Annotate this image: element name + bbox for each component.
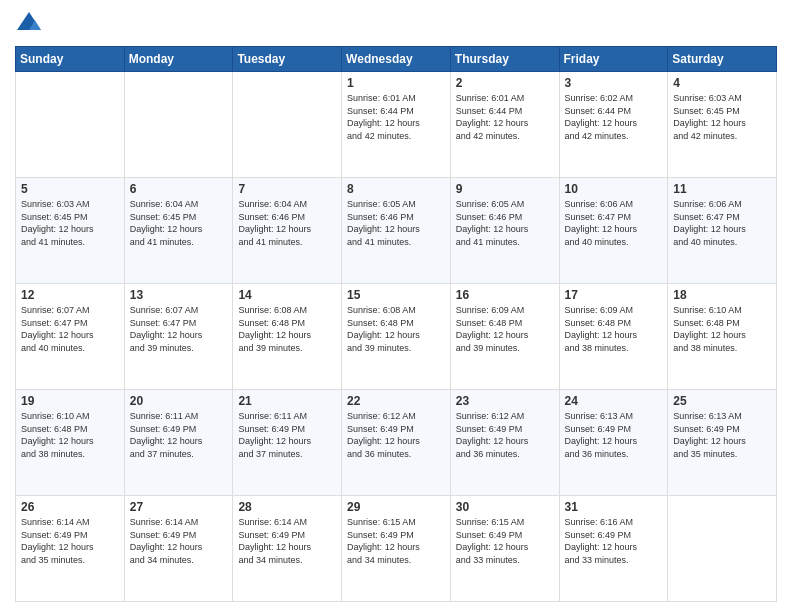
- day-info: Sunrise: 6:05 AM Sunset: 6:46 PM Dayligh…: [456, 198, 554, 248]
- calendar-week: 26Sunrise: 6:14 AM Sunset: 6:49 PM Dayli…: [16, 496, 777, 602]
- day-number: 8: [347, 182, 445, 196]
- day-number: 17: [565, 288, 663, 302]
- day-number: 4: [673, 76, 771, 90]
- dow-header: Thursday: [450, 47, 559, 72]
- day-info: Sunrise: 6:05 AM Sunset: 6:46 PM Dayligh…: [347, 198, 445, 248]
- calendar-cell: 15Sunrise: 6:08 AM Sunset: 6:48 PM Dayli…: [342, 284, 451, 390]
- day-info: Sunrise: 6:12 AM Sunset: 6:49 PM Dayligh…: [347, 410, 445, 460]
- calendar-body: 1Sunrise: 6:01 AM Sunset: 6:44 PM Daylig…: [16, 72, 777, 602]
- day-info: Sunrise: 6:06 AM Sunset: 6:47 PM Dayligh…: [565, 198, 663, 248]
- day-info: Sunrise: 6:12 AM Sunset: 6:49 PM Dayligh…: [456, 410, 554, 460]
- header: [15, 10, 777, 38]
- calendar-cell: 3Sunrise: 6:02 AM Sunset: 6:44 PM Daylig…: [559, 72, 668, 178]
- day-number: 18: [673, 288, 771, 302]
- day-number: 5: [21, 182, 119, 196]
- day-number: 26: [21, 500, 119, 514]
- calendar-cell: 16Sunrise: 6:09 AM Sunset: 6:48 PM Dayli…: [450, 284, 559, 390]
- calendar-cell: 23Sunrise: 6:12 AM Sunset: 6:49 PM Dayli…: [450, 390, 559, 496]
- calendar-cell: 17Sunrise: 6:09 AM Sunset: 6:48 PM Dayli…: [559, 284, 668, 390]
- dow-header: Saturday: [668, 47, 777, 72]
- calendar-cell: 20Sunrise: 6:11 AM Sunset: 6:49 PM Dayli…: [124, 390, 233, 496]
- calendar-cell: 29Sunrise: 6:15 AM Sunset: 6:49 PM Dayli…: [342, 496, 451, 602]
- calendar-cell: [233, 72, 342, 178]
- day-info: Sunrise: 6:13 AM Sunset: 6:49 PM Dayligh…: [673, 410, 771, 460]
- day-info: Sunrise: 6:14 AM Sunset: 6:49 PM Dayligh…: [21, 516, 119, 566]
- logo: [15, 10, 47, 38]
- calendar-cell: [16, 72, 125, 178]
- day-info: Sunrise: 6:07 AM Sunset: 6:47 PM Dayligh…: [21, 304, 119, 354]
- day-number: 23: [456, 394, 554, 408]
- calendar-week: 12Sunrise: 6:07 AM Sunset: 6:47 PM Dayli…: [16, 284, 777, 390]
- day-info: Sunrise: 6:09 AM Sunset: 6:48 PM Dayligh…: [456, 304, 554, 354]
- calendar-cell: 22Sunrise: 6:12 AM Sunset: 6:49 PM Dayli…: [342, 390, 451, 496]
- calendar-week: 5Sunrise: 6:03 AM Sunset: 6:45 PM Daylig…: [16, 178, 777, 284]
- calendar-cell: 27Sunrise: 6:14 AM Sunset: 6:49 PM Dayli…: [124, 496, 233, 602]
- day-info: Sunrise: 6:15 AM Sunset: 6:49 PM Dayligh…: [347, 516, 445, 566]
- calendar-cell: 1Sunrise: 6:01 AM Sunset: 6:44 PM Daylig…: [342, 72, 451, 178]
- calendar-cell: 12Sunrise: 6:07 AM Sunset: 6:47 PM Dayli…: [16, 284, 125, 390]
- calendar-cell: [668, 496, 777, 602]
- day-number: 28: [238, 500, 336, 514]
- logo-icon: [15, 10, 43, 38]
- day-number: 10: [565, 182, 663, 196]
- day-info: Sunrise: 6:08 AM Sunset: 6:48 PM Dayligh…: [238, 304, 336, 354]
- day-info: Sunrise: 6:14 AM Sunset: 6:49 PM Dayligh…: [238, 516, 336, 566]
- day-number: 9: [456, 182, 554, 196]
- day-info: Sunrise: 6:03 AM Sunset: 6:45 PM Dayligh…: [21, 198, 119, 248]
- day-info: Sunrise: 6:10 AM Sunset: 6:48 PM Dayligh…: [21, 410, 119, 460]
- day-info: Sunrise: 6:11 AM Sunset: 6:49 PM Dayligh…: [238, 410, 336, 460]
- day-info: Sunrise: 6:11 AM Sunset: 6:49 PM Dayligh…: [130, 410, 228, 460]
- day-number: 16: [456, 288, 554, 302]
- day-info: Sunrise: 6:03 AM Sunset: 6:45 PM Dayligh…: [673, 92, 771, 142]
- day-number: 31: [565, 500, 663, 514]
- calendar-cell: 2Sunrise: 6:01 AM Sunset: 6:44 PM Daylig…: [450, 72, 559, 178]
- calendar-week: 19Sunrise: 6:10 AM Sunset: 6:48 PM Dayli…: [16, 390, 777, 496]
- day-number: 25: [673, 394, 771, 408]
- day-number: 20: [130, 394, 228, 408]
- calendar-cell: 25Sunrise: 6:13 AM Sunset: 6:49 PM Dayli…: [668, 390, 777, 496]
- calendar-cell: 31Sunrise: 6:16 AM Sunset: 6:49 PM Dayli…: [559, 496, 668, 602]
- day-number: 6: [130, 182, 228, 196]
- calendar-cell: 24Sunrise: 6:13 AM Sunset: 6:49 PM Dayli…: [559, 390, 668, 496]
- calendar-cell: 26Sunrise: 6:14 AM Sunset: 6:49 PM Dayli…: [16, 496, 125, 602]
- calendar-cell: 30Sunrise: 6:15 AM Sunset: 6:49 PM Dayli…: [450, 496, 559, 602]
- day-number: 14: [238, 288, 336, 302]
- day-info: Sunrise: 6:08 AM Sunset: 6:48 PM Dayligh…: [347, 304, 445, 354]
- day-number: 13: [130, 288, 228, 302]
- day-number: 29: [347, 500, 445, 514]
- day-info: Sunrise: 6:15 AM Sunset: 6:49 PM Dayligh…: [456, 516, 554, 566]
- day-number: 19: [21, 394, 119, 408]
- dow-header: Wednesday: [342, 47, 451, 72]
- calendar-cell: 21Sunrise: 6:11 AM Sunset: 6:49 PM Dayli…: [233, 390, 342, 496]
- day-number: 22: [347, 394, 445, 408]
- day-number: 7: [238, 182, 336, 196]
- day-info: Sunrise: 6:14 AM Sunset: 6:49 PM Dayligh…: [130, 516, 228, 566]
- day-info: Sunrise: 6:09 AM Sunset: 6:48 PM Dayligh…: [565, 304, 663, 354]
- calendar-cell: 4Sunrise: 6:03 AM Sunset: 6:45 PM Daylig…: [668, 72, 777, 178]
- calendar-cell: 28Sunrise: 6:14 AM Sunset: 6:49 PM Dayli…: [233, 496, 342, 602]
- calendar-cell: 18Sunrise: 6:10 AM Sunset: 6:48 PM Dayli…: [668, 284, 777, 390]
- calendar-week: 1Sunrise: 6:01 AM Sunset: 6:44 PM Daylig…: [16, 72, 777, 178]
- day-number: 15: [347, 288, 445, 302]
- dow-header: Friday: [559, 47, 668, 72]
- day-info: Sunrise: 6:02 AM Sunset: 6:44 PM Dayligh…: [565, 92, 663, 142]
- calendar-cell: 13Sunrise: 6:07 AM Sunset: 6:47 PM Dayli…: [124, 284, 233, 390]
- day-number: 3: [565, 76, 663, 90]
- day-info: Sunrise: 6:01 AM Sunset: 6:44 PM Dayligh…: [456, 92, 554, 142]
- day-of-week-row: SundayMondayTuesdayWednesdayThursdayFrid…: [16, 47, 777, 72]
- calendar-cell: 19Sunrise: 6:10 AM Sunset: 6:48 PM Dayli…: [16, 390, 125, 496]
- calendar-cell: 7Sunrise: 6:04 AM Sunset: 6:46 PM Daylig…: [233, 178, 342, 284]
- page: SundayMondayTuesdayWednesdayThursdayFrid…: [0, 0, 792, 612]
- day-number: 11: [673, 182, 771, 196]
- calendar-cell: 9Sunrise: 6:05 AM Sunset: 6:46 PM Daylig…: [450, 178, 559, 284]
- calendar-cell: 6Sunrise: 6:04 AM Sunset: 6:45 PM Daylig…: [124, 178, 233, 284]
- dow-header: Sunday: [16, 47, 125, 72]
- day-number: 1: [347, 76, 445, 90]
- day-number: 24: [565, 394, 663, 408]
- calendar-table: SundayMondayTuesdayWednesdayThursdayFrid…: [15, 46, 777, 602]
- day-info: Sunrise: 6:01 AM Sunset: 6:44 PM Dayligh…: [347, 92, 445, 142]
- day-number: 12: [21, 288, 119, 302]
- day-number: 30: [456, 500, 554, 514]
- calendar-cell: 14Sunrise: 6:08 AM Sunset: 6:48 PM Dayli…: [233, 284, 342, 390]
- day-info: Sunrise: 6:06 AM Sunset: 6:47 PM Dayligh…: [673, 198, 771, 248]
